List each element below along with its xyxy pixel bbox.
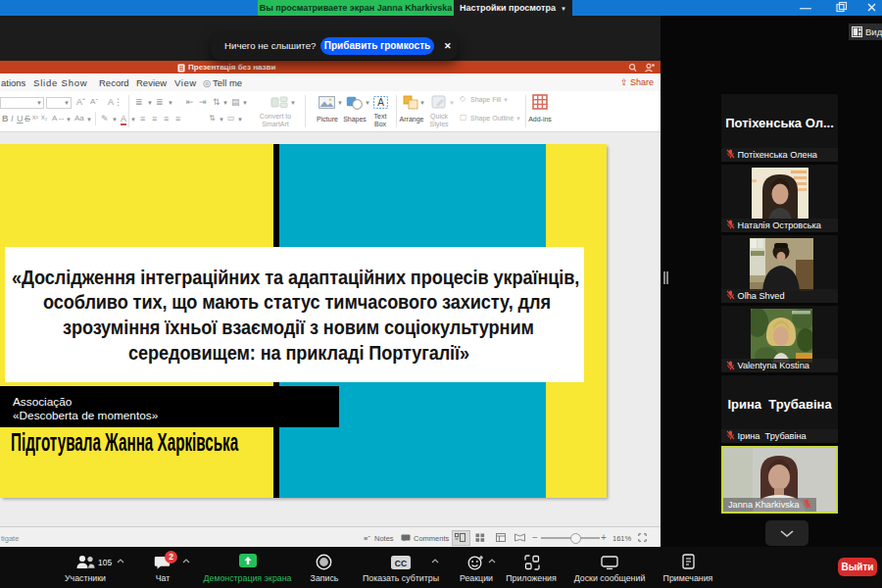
svg-text:A: A xyxy=(377,97,384,108)
svg-text:CC: CC xyxy=(395,559,407,568)
